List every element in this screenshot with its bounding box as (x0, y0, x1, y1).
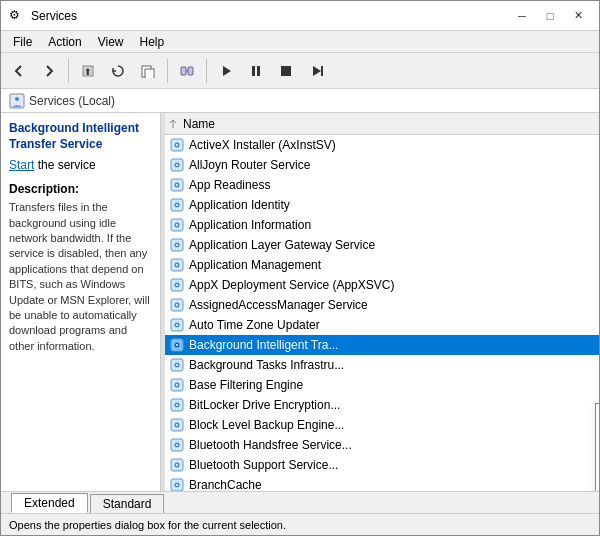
service-name-text: AppX Deployment Service (AppXSVC) (189, 278, 394, 292)
service-name-text: Application Management (189, 258, 321, 272)
back-button[interactable] (5, 57, 33, 85)
service-name-text: Block Level Backup Engine... (189, 418, 344, 432)
svg-point-50 (176, 364, 178, 366)
service-icon (169, 137, 185, 153)
svg-point-29 (176, 224, 178, 226)
column-name[interactable]: Name (179, 117, 219, 131)
svg-point-47 (176, 344, 178, 346)
description-text: Transfers files in the background using … (9, 200, 152, 354)
svg-point-53 (176, 384, 178, 386)
maximize-button[interactable]: □ (537, 6, 563, 26)
address-bar: Services (Local) (1, 89, 599, 113)
service-icon (169, 197, 185, 213)
service-list-item[interactable]: Bluetooth Handsfree Service... (165, 435, 599, 455)
svg-rect-8 (252, 66, 255, 76)
service-name-text: Application Information (189, 218, 311, 232)
service-icon (169, 277, 185, 293)
svg-rect-4 (181, 67, 186, 75)
refresh-button[interactable] (104, 57, 132, 85)
svg-point-68 (176, 484, 178, 486)
service-icon (169, 437, 185, 453)
service-list-item[interactable]: Application Information (165, 215, 599, 235)
service-name-text: Base Filtering Engine (189, 378, 303, 392)
minimize-button[interactable]: ─ (509, 6, 535, 26)
service-icon (169, 297, 185, 313)
svg-rect-5 (188, 67, 193, 75)
tab-extended[interactable]: Extended (11, 493, 88, 513)
service-list-item[interactable]: BranchCache (165, 475, 599, 491)
service-list-item[interactable]: Application Identity (165, 195, 599, 215)
ctx-pause[interactable]: Pause (596, 450, 599, 472)
svg-marker-7 (223, 66, 231, 76)
menu-help[interactable]: Help (132, 33, 173, 51)
svg-point-23 (176, 184, 178, 186)
service-list-item[interactable]: AllJoyn Router Service (165, 155, 599, 175)
start-link[interactable]: Start (9, 158, 34, 172)
service-list-item[interactable]: Block Level Backup Engine... (165, 415, 599, 435)
close-button[interactable]: ✕ (565, 6, 591, 26)
svg-point-17 (176, 144, 178, 146)
ctx-start[interactable]: Start (596, 406, 599, 428)
service-icon (169, 477, 185, 491)
service-list-item[interactable]: Bluetooth Support Service... (165, 455, 599, 475)
svg-rect-9 (257, 66, 260, 76)
service-list-item[interactable]: Background Tasks Infrastru... (165, 355, 599, 375)
service-list-item[interactable]: Base Filtering Engine (165, 375, 599, 395)
service-icon (169, 157, 185, 173)
service-icon (169, 317, 185, 333)
export-button[interactable] (134, 57, 162, 85)
service-name-text: Background Tasks Infrastru... (189, 358, 344, 372)
bottom-tabs: ExtendedStandard (1, 491, 599, 513)
service-icon (169, 257, 185, 273)
service-name-text: BitLocker Drive Encryption... (189, 398, 340, 412)
up-button[interactable]: ⬆ (74, 57, 102, 85)
address-bar-text: Services (Local) (29, 94, 115, 108)
forward-button[interactable] (35, 57, 63, 85)
svg-point-26 (176, 204, 178, 206)
tab-standard[interactable]: Standard (90, 494, 165, 513)
svg-rect-10 (281, 66, 291, 76)
list-header: Name (165, 113, 599, 135)
service-list-item[interactable]: Auto Time Zone Updater (165, 315, 599, 335)
service-name-text: Background Intelligent Tra... (189, 338, 338, 352)
service-name-text: Application Identity (189, 198, 290, 212)
menu-view[interactable]: View (90, 33, 132, 51)
service-name-text: AssignedAccessManager Service (189, 298, 368, 312)
services-window: ⚙ Services ─ □ ✕ File Action View Help ⬆ (0, 0, 600, 536)
ctx-resume[interactable]: Resume (596, 472, 599, 491)
svg-point-56 (176, 404, 178, 406)
toolbar-separator-1 (68, 59, 69, 83)
service-icon (169, 357, 185, 373)
svg-point-14 (15, 97, 19, 101)
service-list-item[interactable]: Application Layer Gateway Service (165, 235, 599, 255)
status-text: Opens the properties dialog box for the … (9, 519, 286, 531)
svg-point-38 (176, 284, 178, 286)
service-name-text: Bluetooth Handsfree Service... (189, 438, 352, 452)
service-list-item[interactable]: Application Management (165, 255, 599, 275)
menu-file[interactable]: File (5, 33, 40, 51)
main-content: Services (Local) Background Intelligent … (1, 89, 599, 513)
stop-button[interactable] (272, 57, 300, 85)
svg-point-20 (176, 164, 178, 166)
service-icon (169, 177, 185, 193)
service-icon (169, 457, 185, 473)
service-list-item[interactable]: BitLocker Drive Encryption... (165, 395, 599, 415)
ctx-stop[interactable]: Stop (596, 428, 599, 450)
pause-button[interactable] (242, 57, 270, 85)
menu-action[interactable]: Action (40, 33, 89, 51)
connect-button[interactable] (173, 57, 201, 85)
service-list-item[interactable]: ActiveX Installer (AxInstSV) (165, 135, 599, 155)
service-list-item[interactable]: Background Intelligent Tra... (165, 335, 599, 355)
service-name-text: Auto Time Zone Updater (189, 318, 320, 332)
start-suffix: the service (34, 158, 95, 172)
svg-text:⬆: ⬆ (84, 67, 92, 77)
service-name-text: Bluetooth Support Service... (189, 458, 338, 472)
service-list-item[interactable]: AssignedAccessManager Service (165, 295, 599, 315)
service-list-item[interactable]: App Readiness (165, 175, 599, 195)
context-menu: StartStopPauseResumeRestartAll Tasks▶Ref… (595, 403, 599, 491)
description-title: Description: (9, 182, 152, 196)
menu-bar: File Action View Help (1, 31, 599, 53)
service-list-item[interactable]: AppX Deployment Service (AppXSVC) (165, 275, 599, 295)
play-button[interactable] (212, 57, 240, 85)
restart-button[interactable] (302, 57, 330, 85)
